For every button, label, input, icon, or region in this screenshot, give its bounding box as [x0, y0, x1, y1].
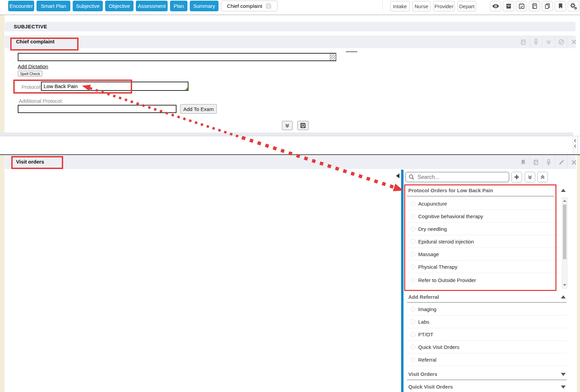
orders-scrollbar[interactable]: [562, 197, 567, 289]
order-item[interactable]: Epidural steroid injection: [406, 235, 559, 248]
section-chevron-up-icon[interactable]: [561, 295, 566, 298]
search-input[interactable]: [417, 174, 509, 181]
order-item[interactable]: Labs: [406, 316, 567, 328]
disable-icon[interactable]: [555, 36, 567, 48]
book-icon[interactable]: [529, 1, 540, 11]
subjective-header-band: SUBJECTIVE: [5, 22, 576, 31]
splitter-mini-scrollbar[interactable]: [573, 136, 578, 154]
calendar-icon[interactable]: [516, 1, 527, 11]
section-chevron-down-icon[interactable]: [561, 373, 566, 376]
additional-protocol-input[interactable]: [18, 105, 176, 113]
double-chevron-down-icon: [285, 123, 290, 128]
scrollbar-thumb[interactable]: [563, 205, 566, 259]
resize-dash: [346, 51, 357, 52]
section-header-protocol-orders: Protocol Orders for Low Back Pain: [408, 187, 555, 193]
tab-summary[interactable]: Summary: [190, 1, 218, 11]
plus-icon: [514, 174, 520, 180]
order-circle-icon[interactable]: [410, 357, 415, 362]
settings-icon[interactable]: [568, 1, 579, 11]
section-chevron-up-icon[interactable]: [561, 189, 566, 192]
order-search-box[interactable]: [405, 172, 509, 182]
add-order-button[interactable]: [511, 172, 522, 182]
button-label: Spell Check: [20, 72, 40, 76]
nav-bottom-border: [0, 15, 580, 15]
book-icon[interactable]: [517, 36, 529, 48]
horizontal-scrollbar[interactable]: [0, 132, 574, 136]
order-item[interactable]: Refer to Outside Provider: [406, 273, 559, 287]
tab-assessment[interactable]: Assessment: [136, 1, 168, 11]
section-header-quick-visit-orders: Quick Visit Orders: [408, 384, 555, 390]
depart-button[interactable]: Depart: [457, 1, 476, 11]
panel-blue-bar[interactable]: [401, 170, 404, 392]
add-to-exam-button[interactable]: Add To Exam: [180, 104, 217, 114]
tab-plan[interactable]: Plan: [170, 1, 187, 11]
order-circle-icon[interactable]: [410, 307, 415, 312]
bookmark-icon[interactable]: [555, 1, 566, 11]
order-item[interactable]: Acupuncture: [406, 197, 559, 210]
order-item[interactable]: Quick Visit Orders: [406, 341, 567, 353]
additional-protocol-label: Additional Protocol:: [19, 98, 63, 104]
close-icon[interactable]: [567, 155, 580, 169]
order-circle-icon[interactable]: [410, 226, 415, 232]
intake-button[interactable]: Intake: [390, 1, 410, 11]
order-item-label: Epidural steroid injection: [418, 239, 474, 244]
eye-icon[interactable]: [490, 1, 501, 11]
order-circle-icon[interactable]: [410, 319, 415, 324]
scroll-up-icon[interactable]: [563, 200, 566, 202]
protocol-input[interactable]: [41, 82, 188, 91]
order-circle-icon[interactable]: [410, 345, 415, 350]
order-item[interactable]: Referral: [406, 353, 567, 366]
panel-collapse-arrow[interactable]: [396, 173, 399, 178]
section-chevron-down-icon[interactable]: [561, 386, 566, 389]
edit-icon[interactable]: [555, 155, 567, 169]
bookmark-icon[interactable]: [517, 155, 529, 169]
double-chevron-up-icon: [540, 175, 545, 180]
chief-complaint-title: Chief complaint: [16, 39, 55, 44]
chief-complaint-input[interactable]: [18, 53, 336, 61]
tab-chief-complaint-active[interactable]: Chief complaint: [221, 1, 278, 11]
microphone-icon[interactable]: [542, 155, 555, 169]
protocol-label: Protocol:: [22, 84, 42, 90]
section-save-button[interactable]: [297, 121, 309, 130]
order-item-label: Quick Visit Orders: [418, 344, 459, 350]
order-circle-icon[interactable]: [410, 201, 415, 206]
tab-subjective[interactable]: Subjective: [73, 1, 103, 11]
order-item[interactable]: Imaging: [406, 303, 567, 316]
order-item-label: Dry needling: [418, 226, 447, 232]
add-dictation-link[interactable]: Add Dictation: [18, 64, 48, 69]
button-label: Nurse: [414, 3, 428, 9]
right-margin: [577, 155, 580, 392]
chief-complaint-header-band: Chief complaint: [5, 36, 576, 48]
close-icon[interactable]: [567, 36, 580, 48]
provider-button[interactable]: Provider: [433, 1, 455, 11]
order-circle-icon[interactable]: [410, 252, 415, 257]
spell-check-button[interactable]: Spell Check: [18, 71, 42, 76]
scroll-down-icon[interactable]: [563, 284, 566, 286]
copy-icon[interactable]: [542, 1, 553, 11]
order-circle-icon[interactable]: [410, 278, 415, 283]
order-item[interactable]: Cognitive behavioral therapy: [406, 210, 559, 223]
tab-objective[interactable]: Objective: [105, 1, 133, 11]
order-item[interactable]: Physical Therapy: [406, 261, 559, 273]
order-circle-icon[interactable]: [410, 239, 415, 244]
tab-encounter[interactable]: Encounter: [8, 1, 34, 11]
section-collapse-button[interactable]: [282, 121, 293, 130]
archive-icon[interactable]: [503, 1, 514, 11]
order-circle-icon[interactable]: [410, 264, 415, 269]
order-item[interactable]: Dry needling: [406, 223, 559, 235]
order-circle-icon[interactable]: [410, 332, 415, 337]
book-icon[interactable]: [529, 155, 542, 169]
collapse-icon[interactable]: [542, 36, 555, 48]
nurse-button[interactable]: Nurse: [412, 1, 430, 11]
order-item-label: PT/OT: [418, 332, 433, 337]
input-resize-grip[interactable]: [330, 54, 336, 60]
button-label: Depart: [459, 3, 475, 9]
tab-smart-plan[interactable]: Smart Plan: [37, 1, 70, 11]
order-item-label: Massage: [418, 251, 439, 257]
order-item[interactable]: PT/OT: [406, 328, 567, 341]
collapse-all-button[interactable]: [537, 172, 548, 182]
microphone-icon[interactable]: [529, 36, 542, 48]
expand-all-button[interactable]: [525, 172, 535, 182]
order-circle-icon[interactable]: [410, 214, 415, 219]
order-item[interactable]: Massage: [406, 248, 559, 261]
